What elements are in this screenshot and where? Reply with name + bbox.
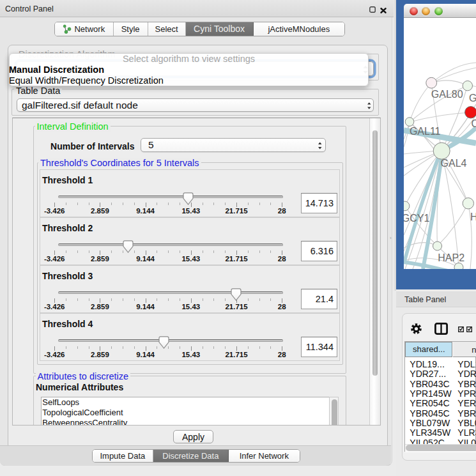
- svg-text:H: H: [470, 211, 476, 222]
- svg-text:GCY1: GCY1: [404, 213, 429, 224]
- svg-text:HAP2: HAP2: [438, 252, 464, 263]
- svg-text:GAL4: GAL4: [441, 158, 467, 169]
- svg-text:GAL80: GAL80: [431, 89, 463, 100]
- svg-text:GA: GA: [469, 93, 476, 104]
- svg-text:GAL11: GAL11: [410, 126, 441, 137]
- svg-text:C: C: [472, 118, 476, 129]
